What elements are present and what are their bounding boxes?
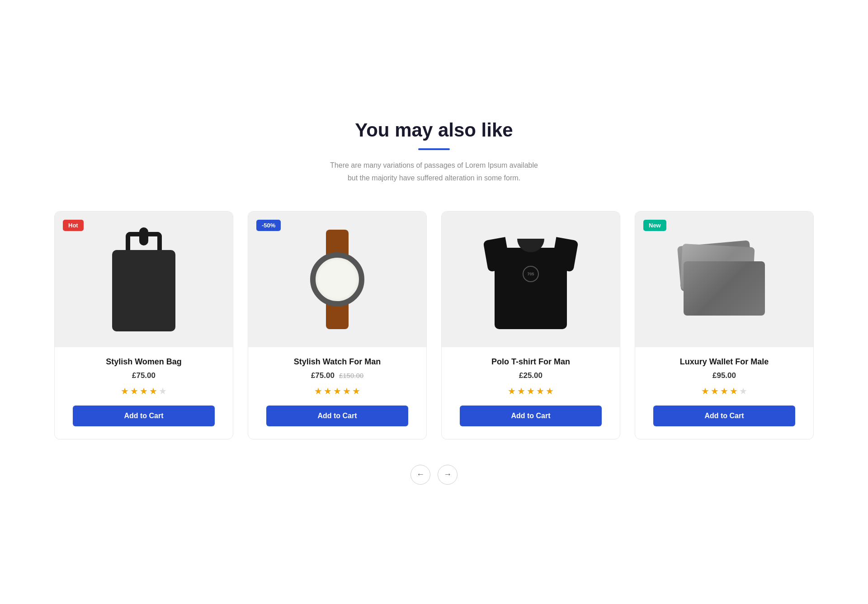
product-image-wrapper-1: Hot bbox=[55, 212, 233, 347]
star-filled-2: ★ bbox=[711, 386, 719, 396]
product-original-price-2: £150.00 bbox=[339, 372, 363, 379]
star-filled-2: ★ bbox=[517, 386, 525, 396]
product-name-2: Stylish Watch For Man bbox=[257, 357, 417, 367]
products-grid: Hot Stylish Women Bag £75.00 ★★★★★ Add t… bbox=[54, 211, 814, 439]
product-image-wallet bbox=[679, 243, 769, 316]
product-price-4: £95.00 bbox=[712, 371, 736, 380]
section-header: You may also like There are many variati… bbox=[330, 119, 538, 184]
product-card-1: Hot Stylish Women Bag £75.00 ★★★★★ Add t… bbox=[54, 211, 233, 439]
next-button[interactable]: → bbox=[438, 465, 458, 485]
product-info-3: Polo T-shirt For Man £25.00 ★★★★★ Add to… bbox=[442, 347, 620, 426]
product-badge-2: -50% bbox=[256, 220, 281, 231]
star-empty-5: ★ bbox=[159, 386, 167, 396]
product-image-watch bbox=[297, 230, 378, 329]
add-to-cart-button-1[interactable]: Add to Cart bbox=[73, 406, 215, 426]
add-to-cart-button-4[interactable]: Add to Cart bbox=[653, 406, 795, 426]
product-stars-1: ★★★★★ bbox=[64, 386, 224, 396]
star-filled-3: ★ bbox=[527, 386, 535, 396]
product-price-3: £25.00 bbox=[519, 371, 542, 380]
product-card-2: -50% Stylish Watch For Man £75.00£150.00… bbox=[248, 211, 427, 439]
product-card-4: New Luxury Wallet For Male £95.00 ★★★★★ … bbox=[635, 211, 814, 439]
star-filled-4: ★ bbox=[536, 386, 544, 396]
product-name-1: Stylish Women Bag bbox=[64, 357, 224, 367]
product-stars-4: ★★★★★ bbox=[644, 386, 804, 396]
star-filled-5: ★ bbox=[352, 386, 360, 396]
product-name-3: Polo T-shirt For Man bbox=[451, 357, 611, 367]
product-price-2: £75.00 bbox=[311, 371, 335, 380]
section-title-underline bbox=[418, 148, 450, 150]
product-price-wrapper-1: £75.00 bbox=[64, 371, 224, 380]
star-filled-3: ★ bbox=[720, 386, 728, 396]
star-filled-1: ★ bbox=[314, 386, 322, 396]
product-image-tshirt: 705 bbox=[486, 230, 576, 329]
star-filled-4: ★ bbox=[343, 386, 351, 396]
star-filled-1: ★ bbox=[508, 386, 516, 396]
product-stars-2: ★★★★★ bbox=[257, 386, 417, 396]
section-subtitle: There are many variations of passages of… bbox=[330, 159, 538, 184]
star-filled-4: ★ bbox=[730, 386, 738, 396]
product-info-4: Luxury Wallet For Male £95.00 ★★★★★ Add … bbox=[635, 347, 813, 426]
star-filled-4: ★ bbox=[149, 386, 157, 396]
product-price-1: £75.00 bbox=[132, 371, 156, 380]
product-info-1: Stylish Women Bag £75.00 ★★★★★ Add to Ca… bbox=[55, 347, 233, 426]
section-title: You may also like bbox=[330, 119, 538, 141]
product-info-2: Stylish Watch For Man £75.00£150.00 ★★★★… bbox=[248, 347, 426, 426]
product-image-bag bbox=[103, 227, 184, 331]
product-card-3: 705 Polo T-shirt For Man £25.00 ★★★★★ Ad… bbox=[441, 211, 620, 439]
star-filled-3: ★ bbox=[333, 386, 341, 396]
product-image-wrapper-4: New bbox=[635, 212, 813, 347]
product-price-wrapper-4: £95.00 bbox=[644, 371, 804, 380]
star-filled-1: ★ bbox=[701, 386, 709, 396]
star-filled-5: ★ bbox=[546, 386, 554, 396]
star-filled-3: ★ bbox=[140, 386, 148, 396]
product-stars-3: ★★★★★ bbox=[451, 386, 611, 396]
star-filled-2: ★ bbox=[324, 386, 332, 396]
product-badge-4: New bbox=[643, 220, 666, 231]
product-price-wrapper-2: £75.00£150.00 bbox=[257, 371, 417, 380]
nav-controls: ← → bbox=[410, 465, 458, 485]
add-to-cart-button-2[interactable]: Add to Cart bbox=[266, 406, 408, 426]
product-image-wrapper-3: 705 bbox=[442, 212, 620, 347]
product-image-wrapper-2: -50% bbox=[248, 212, 426, 347]
prev-button[interactable]: ← bbox=[410, 465, 430, 485]
product-price-wrapper-3: £25.00 bbox=[451, 371, 611, 380]
you-may-also-like-section: You may also like There are many variati… bbox=[0, 83, 868, 520]
star-filled-2: ★ bbox=[130, 386, 138, 396]
product-badge-1: Hot bbox=[63, 220, 84, 231]
product-name-4: Luxury Wallet For Male bbox=[644, 357, 804, 367]
add-to-cart-button-3[interactable]: Add to Cart bbox=[460, 406, 602, 426]
star-filled-1: ★ bbox=[121, 386, 129, 396]
star-empty-5: ★ bbox=[739, 386, 747, 396]
